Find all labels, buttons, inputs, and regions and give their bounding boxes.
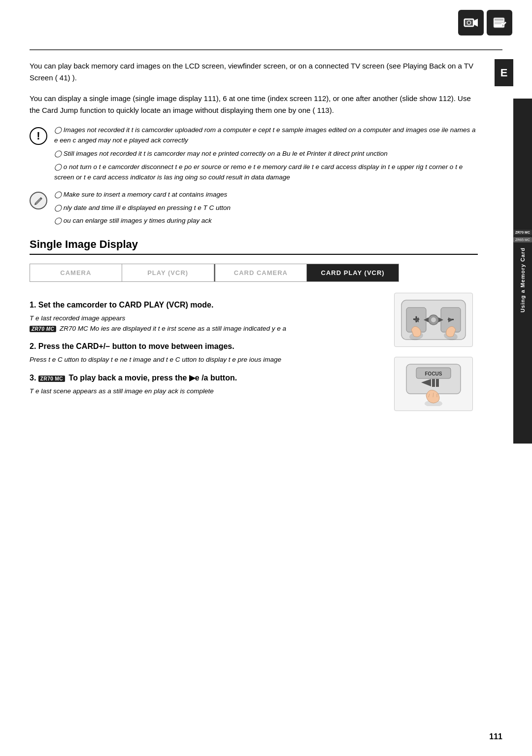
pencil-note: ◯ Make sure to insert a memory card t at… bbox=[30, 190, 478, 227]
intro-paragraph-1: You can play back memory card images on … bbox=[30, 60, 478, 84]
svg-point-4 bbox=[468, 22, 470, 24]
tab-camera[interactable]: CAMERA bbox=[30, 264, 122, 281]
mode-tabs: CAMERA PLAY (VCR) CARD CAMERA CARD PLAY … bbox=[30, 264, 399, 282]
sidebar-label: Using a Memory Card bbox=[519, 247, 526, 312]
card-plus-minus-illustration: + − bbox=[394, 293, 473, 347]
page-container: E You can play back memory card images o… bbox=[0, 0, 532, 756]
warning-item-3: ◯ o not turn o t e camcorder disconnect … bbox=[54, 162, 478, 183]
svg-text:FOCUS: FOCUS bbox=[425, 371, 442, 377]
svg-marker-1 bbox=[474, 19, 478, 27]
pencil-icon bbox=[30, 192, 47, 209]
svg-rect-6 bbox=[495, 19, 503, 21]
top-icons bbox=[458, 10, 512, 35]
section-heading: Single Image Display bbox=[30, 238, 478, 255]
step-3-body: T e last scene appears as a still image … bbox=[30, 386, 379, 397]
focus-button-illustration: FOCUS bbox=[394, 357, 473, 411]
step-images-column: + − bbox=[394, 293, 478, 411]
svg-rect-26 bbox=[432, 379, 435, 387]
zr70-sidebar-badge: ZR70 MC bbox=[513, 230, 532, 235]
pencil-item-2: ◯ nly date and time ill e displayed en p… bbox=[54, 203, 478, 213]
e-tab: E bbox=[495, 59, 513, 86]
card-icon bbox=[487, 10, 512, 35]
e-tab-label: E bbox=[500, 67, 508, 79]
intro-paragraph-2: You can display a single image (single i… bbox=[30, 93, 478, 116]
pencil-note-content: ◯ Make sure to insert a memory card t at… bbox=[54, 190, 478, 227]
steps-area: 1. Set the camcorder to CARD PLAY (VCR) … bbox=[30, 293, 478, 411]
step-2-body: Press t e C utton to display t e ne t im… bbox=[30, 355, 379, 365]
zr70-badge-step3: ZR70 MC bbox=[38, 376, 65, 382]
step-1-heading: 1. Set the camcorder to CARD PLAY (VCR) … bbox=[30, 301, 379, 309]
pencil-item-3: ◯ ou can enlarge still images y times du… bbox=[54, 216, 478, 226]
step-2-heading: 2. Press the CARD+/– button to move betw… bbox=[30, 342, 379, 351]
zr65-sidebar-badge: ZR65 MC bbox=[513, 237, 532, 242]
pencil-item-1: ◯ Make sure to insert a memory card t at… bbox=[54, 190, 478, 200]
svg-point-19 bbox=[431, 317, 436, 322]
warning-item-2: ◯ Still images not recorded it t is camc… bbox=[54, 149, 478, 159]
tab-card-play-vcr[interactable]: CARD PLAY (VCR) bbox=[307, 264, 399, 281]
warning-note: ! ◯ Images not recorded it t is camcorde… bbox=[30, 125, 478, 183]
page-number: 111 bbox=[489, 732, 502, 741]
warning-item-1: ◯ Images not recorded it t is camcorder … bbox=[54, 125, 478, 146]
step-text-column: 1. Set the camcorder to CARD PLAY (VCR) … bbox=[30, 293, 379, 402]
right-sidebar: ZR70 MC ZR65 MC Using a Memory Card bbox=[513, 99, 532, 444]
step-3-heading: 3. ZR70 MC To play back a movie, press t… bbox=[30, 373, 379, 382]
warning-note-content: ◯ Images not recorded it t is camcorder … bbox=[54, 125, 478, 183]
tab-card-camera[interactable]: CARD CAMERA bbox=[215, 264, 307, 281]
step-1-body: T e last recorded image appears ZR70 MC … bbox=[30, 313, 379, 334]
camcorder-icon bbox=[458, 10, 484, 35]
top-rule bbox=[30, 49, 502, 50]
content-area: You can play back memory card images on … bbox=[30, 60, 478, 411]
svg-rect-27 bbox=[436, 379, 439, 387]
sidebar-badges: ZR70 MC ZR65 MC bbox=[513, 230, 532, 242]
warning-icon: ! bbox=[30, 127, 47, 145]
tab-play-vcr[interactable]: PLAY (VCR) bbox=[122, 264, 214, 281]
zr70-badge-step1: ZR70 MC bbox=[30, 326, 56, 332]
